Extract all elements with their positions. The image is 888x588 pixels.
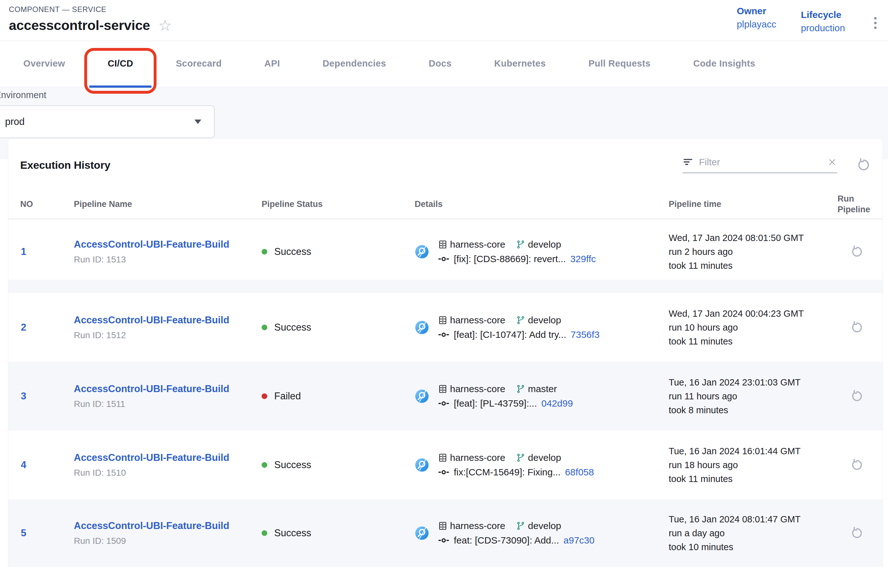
repository-icon	[438, 453, 448, 462]
pipeline-time-took: took 11 minutes	[669, 259, 837, 273]
run-pipeline-icon[interactable]	[850, 245, 863, 258]
col-header-run-pipeline: Run Pipeline	[837, 194, 876, 215]
status-label: Success	[274, 459, 311, 471]
pipeline-execution-icon[interactable]	[415, 526, 429, 540]
filter-icon	[682, 157, 693, 168]
detail-lines: harness-core develop [feat]: [CI	[438, 315, 600, 340]
status-label: Success	[274, 246, 311, 257]
kebab-menu-icon[interactable]	[874, 17, 877, 29]
owner-link[interactable]: plplayacc	[737, 19, 776, 30]
refresh-icon[interactable]	[856, 158, 871, 172]
detail-lines: harness-core develop fix:[CCM-15	[438, 452, 594, 478]
repo-name: harness-core	[450, 452, 505, 463]
pipeline-name-cell: AccessControl-UBI-Feature-Build Run ID: …	[74, 315, 261, 340]
tab-overview[interactable]: Overview	[23, 41, 65, 86]
git-commit-icon	[438, 469, 449, 476]
tab-docs[interactable]: Docs	[429, 41, 452, 86]
repository-icon	[438, 240, 448, 249]
commit-sha-link[interactable]: 7356f3	[571, 329, 600, 340]
run-pipeline-icon[interactable]	[850, 526, 863, 540]
environment-select[interactable]: prod	[0, 105, 215, 138]
row-number: 5	[20, 527, 74, 539]
repo-name: harness-core	[450, 520, 505, 531]
pipeline-execution-icon[interactable]	[415, 320, 429, 335]
tab-label: Dependencies	[323, 58, 386, 69]
run-id: Run ID: 1510	[74, 468, 261, 478]
favorite-star-icon[interactable]: ☆	[158, 18, 172, 33]
tab-label: Overview	[23, 58, 65, 69]
tab-label: CI/CD	[108, 58, 133, 69]
detail-lines: harness-core master [feat]: [PL-	[438, 384, 573, 409]
commit-line: [fix]: [CDS-88669]: revert... 329ffc	[438, 254, 596, 264]
branch-name: master	[528, 384, 557, 394]
pipeline-execution-icon[interactable]	[415, 244, 429, 259]
lifecycle-block: Lifecycle production	[801, 9, 845, 33]
tab-code-insights[interactable]: Code Insights	[693, 41, 756, 86]
pipeline-status-cell: Success	[261, 322, 415, 333]
run-id: Run ID: 1511	[74, 399, 261, 409]
tab-label: Scorecard	[176, 58, 221, 69]
run-pipeline-icon[interactable]	[850, 321, 863, 334]
tab-kubernetes[interactable]: Kubernetes	[494, 41, 546, 86]
col-header-no: NO	[20, 200, 74, 209]
pipeline-name-cell: AccessControl-UBI-Feature-Build Run ID: …	[74, 452, 261, 478]
details-cell: harness-core develop [feat]: [CI	[415, 315, 669, 340]
pipeline-execution-icon[interactable]	[415, 458, 429, 472]
pipeline-name-link[interactable]: AccessControl-UBI-Feature-Build	[74, 452, 230, 464]
pipeline-time-took: took 8 minutes	[669, 403, 837, 417]
lifecycle-link[interactable]: production	[801, 23, 845, 33]
tab-api[interactable]: API	[264, 41, 280, 86]
tab-pull-requests[interactable]: Pull Requests	[589, 41, 651, 86]
run-id: Run ID: 1509	[74, 536, 261, 546]
pipeline-name-link[interactable]: AccessControl-UBI-Feature-Build	[74, 383, 230, 394]
filter-input[interactable]	[699, 157, 822, 168]
table-row: 4 AccessControl-UBI-Feature-Build Run ID…	[8, 430, 883, 500]
pipeline-time-gmt: Tue, 16 Jan 2024 16:01:44 GMT	[669, 444, 837, 458]
entity-tabs: OverviewCI/CDScorecardAPIDependenciesDoc…	[0, 41, 888, 86]
pipeline-time-cell: Tue, 16 Jan 2024 08:01:47 GMT run a day …	[669, 512, 837, 554]
status-label: Success	[274, 322, 311, 333]
run-pipeline-icon[interactable]	[850, 458, 863, 472]
pipeline-status-cell: Success	[261, 246, 415, 257]
col-header-pipeline-name: Pipeline Name	[74, 200, 261, 209]
pipeline-name-link[interactable]: AccessControl-UBI-Feature-Build	[74, 520, 230, 531]
table-body: 1 AccessControl-UBI-Feature-Build Run ID…	[8, 219, 883, 567]
run-pipeline-icon[interactable]	[850, 390, 863, 403]
pipeline-time-gmt: Tue, 16 Jan 2024 08:01:47 GMT	[669, 512, 837, 526]
table-row: 1 AccessControl-UBI-Feature-Build Run ID…	[8, 219, 883, 280]
run-pipeline-cell	[837, 321, 876, 334]
pipeline-execution-icon[interactable]	[415, 389, 429, 404]
commit-message: [feat]: [PL-43759]:...	[454, 398, 537, 409]
tab-label: Docs	[429, 58, 452, 69]
commit-line: [feat]: [PL-43759]:... 042d99	[438, 398, 573, 409]
tab-ci-cd[interactable]: CI/CD	[108, 41, 133, 86]
row-number: 1	[20, 246, 74, 257]
status-dot	[261, 325, 267, 330]
commit-sha-link[interactable]: 68f058	[565, 467, 594, 478]
pipeline-status-cell: Success	[261, 459, 415, 471]
pipeline-status-cell: Failed	[261, 390, 415, 402]
execution-history-card: Execution History	[8, 138, 883, 567]
commit-sha-link[interactable]: 329ffc	[570, 254, 596, 264]
tab-dependencies[interactable]: Dependencies	[323, 41, 386, 86]
pipeline-status-cell: Success	[261, 527, 415, 539]
pipeline-time-cell: Wed, 17 Jan 2024 00:04:23 GMT run 10 hou…	[669, 307, 837, 348]
execution-history-header: Execution History	[8, 138, 883, 190]
entity-kind-label: COMPONENT — SERVICE	[9, 5, 172, 14]
pipeline-time-gmt: Wed, 17 Jan 2024 00:04:23 GMT	[669, 307, 837, 321]
pipeline-name-link[interactable]: AccessControl-UBI-Feature-Build	[74, 239, 230, 250]
pipeline-name-link[interactable]: AccessControl-UBI-Feature-Build	[74, 315, 230, 326]
row-number: 3	[20, 390, 74, 402]
commit-sha-link[interactable]: 042d99	[541, 398, 573, 409]
branch-name: develop	[528, 520, 561, 531]
commit-sha-link[interactable]: a97c30	[563, 535, 595, 546]
pipeline-time-took: took 11 minutes	[669, 472, 837, 486]
clear-filter-icon[interactable]	[827, 157, 837, 167]
table-row: 2 AccessControl-UBI-Feature-Build Run ID…	[8, 293, 883, 362]
pipeline-time-ago: run a day ago	[669, 526, 837, 540]
tab-scorecard[interactable]: Scorecard	[176, 41, 221, 86]
run-id: Run ID: 1513	[74, 255, 261, 265]
entity-header: COMPONENT — SERVICE accesscontrol-servic…	[0, 0, 888, 41]
run-pipeline-cell	[837, 245, 876, 258]
pipeline-name-cell: AccessControl-UBI-Feature-Build Run ID: …	[74, 239, 261, 265]
